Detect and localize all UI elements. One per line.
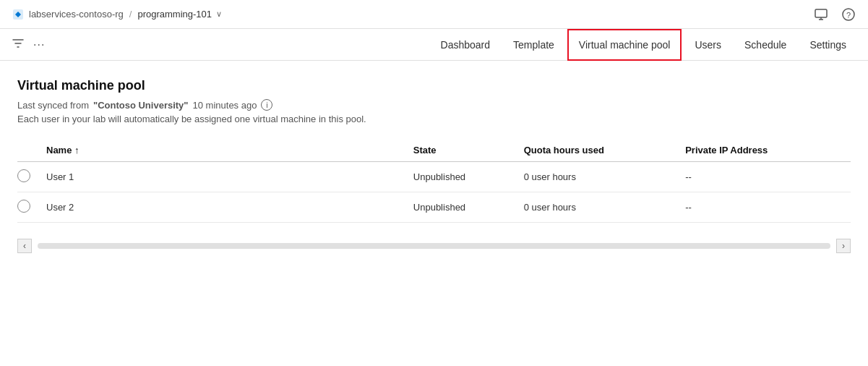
row1-state: Unpublished: [413, 162, 524, 192]
sync-info: Last synced from "Contoso University" 10…: [17, 99, 851, 111]
lab-name-breadcrumb[interactable]: programming-101: [137, 9, 212, 20]
toolbar-left-actions: ···: [12, 37, 45, 53]
tab-settings[interactable]: Settings: [799, 29, 856, 61]
main-content: Virtual machine pool Last synced from "C…: [0, 61, 868, 366]
more-options-icon[interactable]: ···: [33, 38, 45, 51]
nav-tabs: Dashboard Template Virtual machine pool …: [431, 29, 856, 61]
help-icon[interactable]: ?: [841, 7, 856, 22]
sync-text-before: Last synced from: [17, 100, 89, 111]
tab-users[interactable]: Users: [684, 29, 731, 61]
tab-schedule[interactable]: Schedule: [734, 29, 796, 61]
radio-user2[interactable]: [17, 200, 30, 213]
info-icon[interactable]: i: [261, 99, 272, 111]
monitor-icon[interactable]: [813, 7, 829, 22]
filter-icon[interactable]: [12, 37, 25, 53]
row2-quota: 0 user hours: [524, 192, 686, 223]
tab-dashboard[interactable]: Dashboard: [431, 29, 501, 61]
breadcrumb-separator: /: [129, 9, 132, 20]
tab-vm-pool[interactable]: Virtual machine pool: [567, 29, 682, 61]
top-bar-actions: ?: [813, 7, 856, 22]
page-title: Virtual machine pool: [17, 78, 851, 93]
horizontal-scrollbar: ‹ ›: [17, 234, 851, 253]
secondary-toolbar: ··· Dashboard Template Virtual machine p…: [0, 29, 868, 61]
table-header-state: State: [413, 139, 524, 162]
labservices-icon: [12, 8, 25, 21]
row1-name: User 1: [46, 162, 413, 192]
scroll-track[interactable]: [38, 243, 830, 249]
table-header-quota: Quota hours used: [524, 139, 686, 162]
breadcrumb: labservices-contoso-rg / programming-101…: [12, 8, 222, 21]
row1-quota: 0 user hours: [524, 162, 686, 192]
row2-ip: --: [685, 192, 851, 223]
assign-info: Each user in your lab will automatically…: [17, 114, 851, 124]
svg-rect-2: [815, 9, 827, 17]
table-header-ip: Private IP Address: [685, 139, 851, 162]
table-row: User 1 Unpublished 0 user hours --: [17, 162, 851, 192]
scroll-right-button[interactable]: ›: [836, 239, 851, 253]
svg-point-1: [17, 13, 20, 16]
row2-name: User 2: [46, 192, 413, 223]
svg-text:?: ?: [846, 11, 851, 20]
table-row: User 2 Unpublished 0 user hours --: [17, 192, 851, 223]
row2-state: Unpublished: [413, 192, 524, 223]
table-header-select: [17, 139, 46, 162]
resource-group-breadcrumb[interactable]: labservices-contoso-rg: [29, 9, 124, 20]
row1-ip: --: [685, 162, 851, 192]
tab-template[interactable]: Template: [503, 29, 564, 61]
row2-select[interactable]: [17, 192, 46, 223]
row1-select[interactable]: [17, 162, 46, 192]
top-bar: labservices-contoso-rg / programming-101…: [0, 0, 868, 29]
table-header-name[interactable]: Name ↑: [46, 139, 413, 162]
table-header-row: Name ↑ State Quota hours used Private IP…: [17, 139, 851, 162]
chevron-down-icon[interactable]: ∨: [216, 9, 222, 19]
vm-table: Name ↑ State Quota hours used Private IP…: [17, 139, 851, 223]
sync-text-after: 10 minutes ago: [193, 100, 257, 111]
sync-source: "Contoso University": [93, 100, 189, 111]
radio-user1[interactable]: [17, 169, 30, 182]
scroll-left-button[interactable]: ‹: [17, 239, 32, 253]
